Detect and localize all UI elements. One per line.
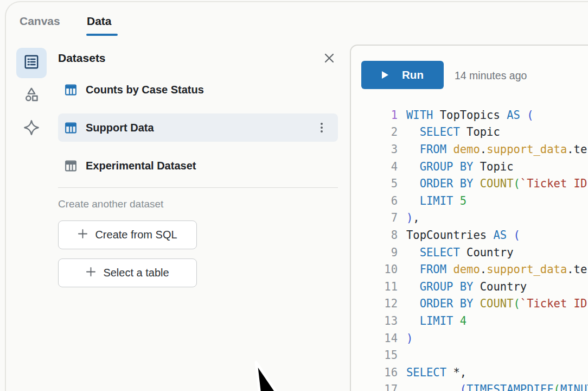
code-text: FROM demo.support_data.te (406, 143, 587, 156)
code-line[interactable]: 5 ORDER BY COUNT(`Ticket ID (351, 175, 588, 192)
code-line[interactable]: 9 SELECT Country (351, 244, 588, 261)
code-line[interactable]: 11 GROUP BY Country (351, 278, 588, 295)
line-number: 14 (351, 332, 398, 345)
code-text: (TIMESTAMPDIFF(MINUT (406, 383, 588, 391)
code-text: GROUP BY Country (406, 280, 527, 293)
line-number: 12 (351, 297, 398, 310)
code-line[interactable]: 10 FROM demo.support_data.te (351, 261, 588, 278)
close-datasets-panel-button[interactable] (319, 49, 339, 69)
code-text: SELECT Topic (406, 125, 500, 138)
sparkle-icon (23, 119, 40, 138)
table-icon (64, 83, 78, 97)
table-icon (64, 159, 78, 173)
line-number: 5 (351, 177, 398, 190)
code-text: ORDER BY COUNT(`Ticket ID (406, 297, 587, 310)
tab-data[interactable]: Data (87, 15, 112, 28)
rail-datasets-button[interactable] (16, 48, 47, 78)
table-icon (64, 121, 78, 135)
create-from-sql-button[interactable]: Create from SQL (58, 220, 197, 249)
last-run-timestamp: 14 minutes ago (455, 70, 527, 82)
line-number: 2 (351, 125, 398, 138)
line-number: 7 (351, 211, 398, 224)
line-number: 4 (351, 160, 398, 173)
dataset-row[interactable]: Experimental Dataset (58, 152, 338, 179)
line-number: 6 (351, 194, 398, 207)
select-a-table-label: Select a table (103, 267, 169, 279)
code-text: WITH TopTopics AS ( (406, 109, 534, 122)
dataset-row[interactable]: Support Data (58, 113, 338, 142)
line-number: 10 (351, 263, 398, 276)
line-number: 17 (351, 383, 398, 391)
plus-icon (78, 229, 88, 242)
kebab-menu-icon[interactable] (318, 121, 325, 135)
code-text: LIMIT 4 (406, 314, 466, 327)
code-line[interactable]: 16SELECT *, (351, 364, 588, 381)
line-number: 15 (351, 349, 398, 362)
select-a-table-button[interactable]: Select a table (58, 258, 197, 287)
play-icon (381, 71, 389, 79)
code-line[interactable]: 8TopCountries AS ( (351, 226, 588, 244)
code-text: FROM demo.support_data.te (406, 263, 587, 276)
line-number: 16 (351, 366, 398, 379)
plus-icon (86, 267, 96, 280)
shapes-icon (23, 86, 40, 105)
code-line[interactable]: 13 LIMIT 4 (351, 312, 588, 330)
run-button-label: Run (402, 68, 424, 81)
code-text: ) (406, 332, 413, 345)
line-number: 3 (351, 143, 398, 156)
code-text: ORDER BY COUNT(`Ticket ID (406, 177, 587, 190)
code-line[interactable]: 2 SELECT Topic (351, 124, 588, 141)
tab-canvas[interactable]: Canvas (20, 15, 60, 28)
line-number: 11 (351, 280, 398, 293)
create-from-sql-label: Create from SQL (95, 229, 177, 241)
code-line[interactable]: 12 ORDER BY COUNT(`Ticket ID (351, 295, 588, 313)
dataset-name: Support Data (86, 122, 154, 134)
line-number: 1 (351, 109, 398, 122)
run-button[interactable]: Run (361, 61, 444, 89)
panel-divider (58, 187, 338, 188)
rail-canvas-shapes-button[interactable] (16, 80, 47, 111)
code-line[interactable]: 7), (351, 210, 588, 227)
code-text: GROUP BY Topic (406, 160, 514, 173)
line-number: 9 (351, 246, 398, 259)
code-line[interactable]: 3 FROM demo.support_data.te (351, 141, 588, 158)
create-dataset-section-label: Create another dataset (58, 198, 163, 210)
dataset-name: Experimental Dataset (86, 160, 196, 172)
dataset-name: Counts by Case Status (86, 84, 204, 96)
datasets-list-icon (23, 54, 40, 72)
code-text: LIMIT 5 (406, 194, 466, 207)
active-tab-underline (86, 34, 118, 36)
dataset-list: Counts by Case StatusSupport DataExperim… (58, 76, 338, 190)
code-text: SELECT Country (406, 246, 514, 259)
sql-editor-panel: Run 14 minutes ago 1WITH TopTopics AS (2… (350, 45, 588, 391)
mouse-pointer (247, 357, 296, 391)
sql-code-editor[interactable]: 1WITH TopTopics AS (2 SELECT Topic3 FROM… (351, 106, 588, 391)
code-line[interactable]: 1WITH TopTopics AS ( (351, 106, 588, 124)
code-line[interactable]: 14) (351, 330, 588, 347)
code-line[interactable]: 17 (TIMESTAMPDIFF(MINUT (351, 381, 588, 391)
dataset-row[interactable]: Counts by Case Status (58, 76, 338, 103)
line-number: 13 (351, 314, 398, 327)
code-text: TopCountries AS ( (406, 229, 520, 242)
close-icon (323, 52, 336, 67)
code-text: ), (406, 211, 420, 224)
code-line[interactable]: 6 LIMIT 5 (351, 192, 588, 210)
rail-assistant-button[interactable] (16, 113, 47, 144)
line-number: 8 (351, 229, 398, 242)
code-line[interactable]: 4 GROUP BY Topic (351, 158, 588, 175)
datasets-panel-title: Datasets (58, 52, 106, 65)
code-text: SELECT *, (406, 366, 466, 379)
code-line[interactable]: 15 (351, 346, 588, 364)
